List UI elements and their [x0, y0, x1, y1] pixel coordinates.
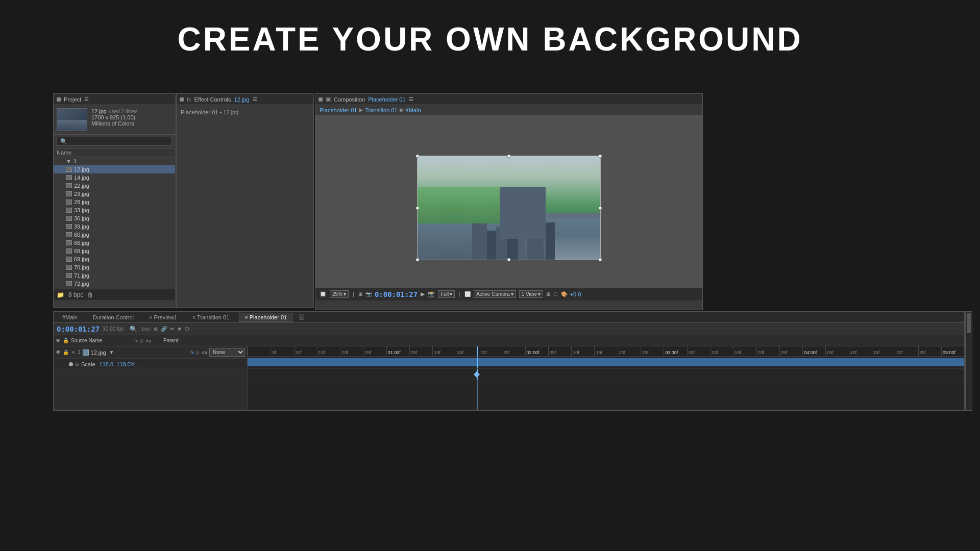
list-item[interactable]: 66.jpg: [54, 239, 175, 247]
ruler-mark: 15f: [733, 346, 756, 356]
tab-preview1[interactable]: × Preview1: [143, 313, 183, 322]
ruler-mark: 05f: [825, 346, 848, 356]
list-item[interactable]: 60.jpg: [54, 231, 175, 239]
zoom-dropdown[interactable]: 25% ▾: [330, 290, 349, 298]
camera-icon[interactable]: 📷: [365, 291, 372, 297]
comp-close-btn[interactable]: [318, 97, 323, 102]
list-item[interactable]: 12.jpg: [54, 165, 175, 173]
camera-dropdown[interactable]: Active Camera ▾: [474, 290, 516, 298]
file-icon: [66, 199, 72, 205]
tab-placeholder01[interactable]: × Placeholder 01: [239, 313, 292, 322]
motion-col-icon: ◇: [140, 338, 143, 343]
layer-number: 1: [78, 349, 81, 355]
motion-icon[interactable]: ▷▷: [142, 326, 151, 332]
ruler-mark: 15f: [872, 346, 895, 356]
list-item[interactable]: 71.jpg: [54, 271, 175, 280]
render-icon[interactable]: ⬡: [553, 291, 558, 297]
list-item[interactable]: 39.jpg: [54, 222, 175, 231]
ruler-mark: 15f: [594, 346, 617, 356]
play-icon[interactable]: ▶: [421, 291, 425, 297]
prop-stopwatch-icon[interactable]: ⊙: [75, 362, 79, 367]
fx-icon: fx: [187, 96, 191, 103]
search-icon[interactable]: 🔍: [130, 325, 137, 333]
city-skyline: [418, 218, 600, 260]
handle-br[interactable]: [599, 258, 602, 261]
ruler-mark: 03:00f: [664, 346, 687, 356]
tab-duration-control[interactable]: Duration Control: [87, 313, 139, 322]
project-close-btn[interactable]: [57, 97, 61, 102]
list-item[interactable]: 33.jpg: [54, 206, 175, 214]
comp-name-label: Placeholder 01: [368, 96, 405, 103]
effect-menu-icon[interactable]: ☰: [253, 96, 257, 102]
tab-main[interactable]: #Main: [57, 313, 83, 322]
layer-switches-icon[interactable]: ◇: [196, 350, 200, 355]
timeline-menu-icon[interactable]: ☰: [299, 314, 304, 321]
search-bar: [54, 135, 175, 148]
list-item[interactable]: 68.jpg: [54, 247, 175, 255]
file-icon: [66, 208, 72, 213]
search-input[interactable]: [57, 137, 172, 146]
handle-mr[interactable]: [599, 207, 602, 210]
folder-item[interactable]: ▼ 1: [54, 157, 175, 165]
layer-bar-1: [248, 358, 964, 366]
quality-dropdown[interactable]: Full ▾: [438, 290, 455, 298]
parent-select[interactable]: None: [209, 348, 245, 357]
breadcrumb-main[interactable]: #Main: [406, 107, 421, 113]
ruler-mark: 20f: [479, 346, 502, 356]
divider: |: [353, 291, 354, 297]
handle-bc[interactable]: [507, 258, 510, 261]
handle-ml[interactable]: [416, 207, 419, 210]
layer-aa-icon[interactable]: Aa: [202, 350, 207, 355]
effect-close-btn[interactable]: [180, 97, 184, 102]
anchor-icon[interactable]: ⊕: [154, 326, 158, 332]
tab-transition01[interactable]: × Transition 01: [187, 313, 235, 322]
handle-tc[interactable]: [507, 155, 510, 158]
pen-icon[interactable]: ✏: [170, 326, 174, 332]
snapshot-icon[interactable]: 📸: [428, 291, 435, 297]
layer-expand-icon[interactable]: ▼: [109, 349, 114, 355]
layer-eye-icon[interactable]: 👁: [56, 349, 61, 355]
list-item[interactable]: 22.jpg: [54, 182, 175, 190]
color-icon[interactable]: 🎨: [561, 291, 567, 297]
fx-active-icon[interactable]: fx: [190, 350, 194, 355]
list-item[interactable]: 36.jpg: [54, 214, 175, 222]
project-menu-icon[interactable]: ☰: [84, 96, 89, 102]
link-icon[interactable]: 🔗: [161, 326, 167, 332]
prop-value[interactable]: 118.0, 118.0% ...: [100, 361, 142, 367]
crosshair-icon: ✛: [506, 203, 512, 213]
handle-tr[interactable]: [599, 155, 602, 158]
ruler-mark: 25f: [502, 346, 525, 356]
list-item[interactable]: 70.jpg: [54, 263, 175, 271]
list-item[interactable]: 28.jpg: [54, 198, 175, 206]
hex-icon[interactable]: ⬡: [185, 326, 189, 332]
breadcrumb-transition01[interactable]: Transition 01: [365, 107, 397, 113]
project-preview: 12.jpg used 2 times 1700 x 925 (1.00) Mi…: [54, 105, 175, 135]
breadcrumb-placeholder01[interactable]: Placeholder 01: [320, 107, 357, 113]
transparency-icon[interactable]: ⬜: [464, 291, 471, 297]
view-dropdown[interactable]: 1 View ▾: [519, 290, 543, 298]
lock-col-icon: 🔒: [63, 338, 69, 343]
layout-icon[interactable]: ⊞: [546, 291, 550, 297]
track-playhead: [477, 357, 478, 368]
file-icon: [66, 167, 72, 172]
comp-menu-icon[interactable]: ☰: [409, 96, 413, 102]
layer-track-scale: [248, 369, 964, 380]
file-icon: [66, 224, 72, 229]
ruler-mark: 20f: [618, 346, 641, 356]
handle-tl[interactable]: [416, 155, 419, 158]
keyframe-icon[interactable]: [69, 362, 73, 366]
trash-icon[interactable]: 🗑: [87, 291, 93, 298]
star-icon[interactable]: ★: [177, 326, 182, 332]
playhead-marker[interactable]: [477, 346, 478, 356]
list-item[interactable]: 72.jpg: [54, 280, 175, 288]
handle-bl[interactable]: [416, 258, 419, 261]
scroll-thumb[interactable]: [967, 313, 971, 333]
grid-icon[interactable]: ⊞: [358, 291, 362, 297]
list-item[interactable]: 23.jpg: [54, 190, 175, 198]
layer-solo-icon[interactable]: ☀: [71, 349, 76, 355]
list-item[interactable]: 14.jpg: [54, 173, 175, 182]
layer-lock-icon[interactable]: 🔒: [63, 349, 69, 355]
list-item[interactable]: 69.jpg: [54, 255, 175, 263]
timeline-scrollbar-v[interactable]: [965, 311, 972, 411]
track-area: [248, 357, 964, 410]
